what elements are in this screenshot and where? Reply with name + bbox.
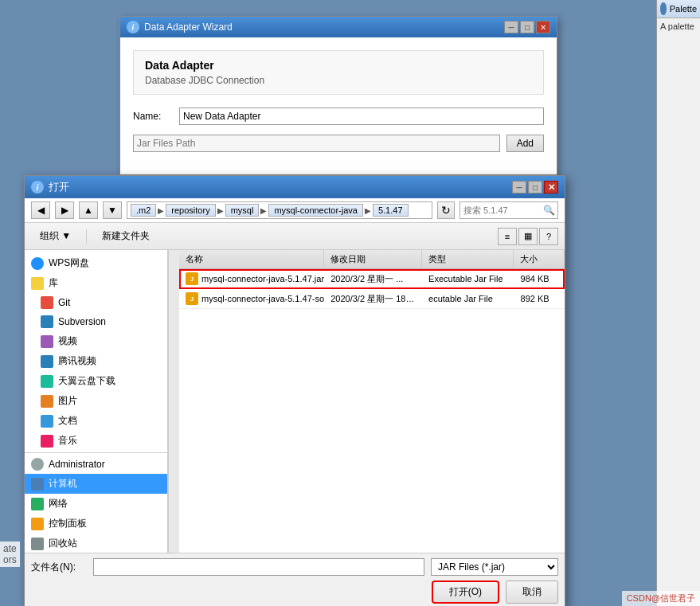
side-text-ors: ors: [3, 554, 17, 565]
nav-scrollbar[interactable]: [168, 250, 179, 553]
path-mysql[interactable]: mysql: [225, 204, 260, 217]
nav-item-image[interactable]: 图片: [25, 391, 167, 411]
wizard-name-input[interactable]: [179, 108, 544, 125]
new-folder-button[interactable]: 新建文件夹: [93, 226, 158, 246]
nav-item-git[interactable]: Git: [25, 293, 167, 312]
wizard-dialog: i Data Adapter Wizard ─ □ ✕ Data Adapter…: [119, 16, 557, 175]
wizard-name-row: Name:: [133, 108, 544, 125]
file-row-1[interactable]: J mysql-connector-java-5.1.47.jar 2020/3…: [179, 269, 565, 289]
open-titlebar-buttons: ─ □ ✕: [512, 181, 558, 194]
forward-button[interactable]: ▶: [55, 201, 74, 219]
nav-item-wps[interactable]: WPS网盘: [25, 253, 167, 273]
watermark: CSDN@信世君子: [622, 591, 700, 606]
open-titlebar-left: i 打开: [31, 180, 69, 194]
open-maximize-btn[interactable]: □: [528, 181, 542, 194]
address-dropdown[interactable]: .m2 ▶ repository ▶ mysql ▶ mysql-connect…: [127, 201, 432, 219]
cancel-button[interactable]: 取消: [506, 581, 558, 604]
file-list: 名称 修改日期 类型 大小 J mysql-connector-java-5.1…: [179, 250, 565, 553]
organize-button[interactable]: 组织 ▼: [31, 226, 80, 246]
nav-item-doc[interactable]: 文档: [25, 411, 167, 431]
jar-icon-1: J: [186, 272, 198, 285]
filename-label: 文件名(N):: [31, 561, 87, 574]
nav-item-svn[interactable]: Subversion: [25, 312, 167, 331]
open-button[interactable]: 打开(O): [432, 581, 499, 604]
path-repository[interactable]: repository: [166, 204, 215, 217]
col-size-header[interactable]: 大小: [514, 250, 565, 268]
nav-item-music[interactable]: 音乐: [25, 431, 167, 451]
file-row-2[interactable]: J mysql-connector-java-5.1.47-sources...…: [179, 289, 565, 309]
wizard-minimize-btn[interactable]: ─: [504, 21, 518, 33]
filetype-select[interactable]: JAR Files (*.jar): [431, 558, 558, 576]
col-type-header[interactable]: 类型: [422, 250, 514, 268]
open-close-btn[interactable]: ✕: [544, 181, 558, 194]
nav-item-sky[interactable]: 天翼云盘下载: [25, 371, 167, 391]
jar-path-row: Add: [133, 135, 544, 152]
wizard-body: Data Adapter Database JDBC Connection Na…: [120, 37, 557, 174]
music-icon: [41, 435, 53, 448]
image-icon: [41, 395, 53, 408]
bottom-bar: 文件名(N): JAR Files (*.jar) 打开(O) 取消: [25, 553, 565, 606]
jar-path-input[interactable]: [133, 135, 500, 152]
search-box[interactable]: 🔍: [459, 201, 558, 219]
computer-icon: [31, 478, 44, 491]
refresh-button[interactable]: ↻: [437, 201, 455, 219]
open-dialog-icon: i: [31, 181, 44, 194]
nav-item-ku[interactable]: 库: [25, 273, 167, 293]
doc-icon: [41, 415, 53, 428]
toolbar-separator: [86, 229, 87, 244]
nav-item-computer[interactable]: 计算机: [25, 474, 167, 494]
nav-item-admin[interactable]: Administrator: [25, 455, 167, 474]
wizard-description: Database JDBC Connection: [145, 75, 532, 86]
filename-input[interactable]: [93, 558, 424, 576]
path-version[interactable]: 5.1.47: [373, 204, 409, 217]
video-icon: [41, 335, 53, 348]
nav-item-video[interactable]: 视频: [25, 331, 167, 351]
path-m2[interactable]: .m2: [131, 204, 156, 217]
col-name-header[interactable]: 名称: [179, 250, 324, 268]
wizard-header-section: Data Adapter Database JDBC Connection: [133, 50, 544, 95]
nav-divider-1: [25, 452, 167, 453]
view-buttons: ≡ ▦ ?: [498, 228, 558, 245]
wps-icon: [31, 257, 44, 270]
file-type-2: ecutable Jar File: [422, 291, 514, 307]
open-dialog-title: 打开: [49, 180, 69, 194]
action-buttons: 打开(O) 取消: [31, 581, 558, 604]
wizard-title: Data Adapter Wizard: [144, 22, 233, 33]
nav-item-network[interactable]: 网络: [25, 494, 167, 514]
file-date-1: 2020/3/2 星期一 ...: [324, 270, 422, 288]
nav-pane: WPS网盘 库 Git Subversion: [25, 250, 168, 553]
add-button[interactable]: Add: [506, 135, 544, 152]
git-icon: [41, 296, 53, 309]
nav-item-control[interactable]: 控制面板: [25, 514, 167, 534]
tencent-icon: [41, 355, 53, 368]
view-detail-btn[interactable]: ▦: [518, 228, 538, 245]
search-icon-btn[interactable]: 🔍: [540, 202, 557, 218]
filename-row: 文件名(N): JAR Files (*.jar): [31, 558, 558, 576]
view-list-btn[interactable]: ≡: [498, 228, 517, 245]
wizard-maximize-btn[interactable]: □: [520, 21, 534, 33]
network-icon: [31, 498, 44, 510]
recent-button[interactable]: ▼: [103, 201, 122, 219]
nav-item-tencent[interactable]: 腾讯视频: [25, 351, 167, 371]
nav-item-recycle[interactable]: 回收站: [25, 534, 167, 553]
toolbar: 组织 ▼ 新建文件夹 ≡ ▦ ?: [25, 223, 565, 250]
wizard-close-btn[interactable]: ✕: [536, 21, 550, 33]
open-minimize-btn[interactable]: ─: [512, 181, 526, 194]
wizard-titlebar: i Data Adapter Wizard ─ □ ✕: [120, 17, 557, 37]
back-button[interactable]: ◀: [31, 201, 50, 219]
file-type-1: Executable Jar File: [422, 271, 514, 287]
up-button[interactable]: ▲: [79, 201, 98, 219]
palette-title: Palette: [670, 4, 697, 14]
address-path: .m2 ▶ repository ▶ mysql ▶ mysql-connect…: [131, 204, 428, 217]
file-size-2: 892 KB: [514, 291, 565, 307]
view-help-btn[interactable]: ?: [539, 228, 558, 245]
wizard-titlebar-left: i Data Adapter Wizard: [127, 21, 233, 33]
col-date-header[interactable]: 修改日期: [324, 250, 422, 268]
open-dialog: i 打开 ─ □ ✕ ◀ ▶ ▲ ▼ .m2 ▶ repository ▶ my…: [24, 175, 565, 606]
search-input[interactable]: [460, 205, 540, 215]
file-date-2: 2020/3/2 星期一 18:23: [324, 290, 422, 308]
palette-icon: [660, 2, 667, 15]
control-icon: [31, 518, 44, 530]
path-connector[interactable]: mysql-connector-java: [268, 204, 363, 217]
file-list-header: 名称 修改日期 类型 大小: [179, 250, 565, 269]
